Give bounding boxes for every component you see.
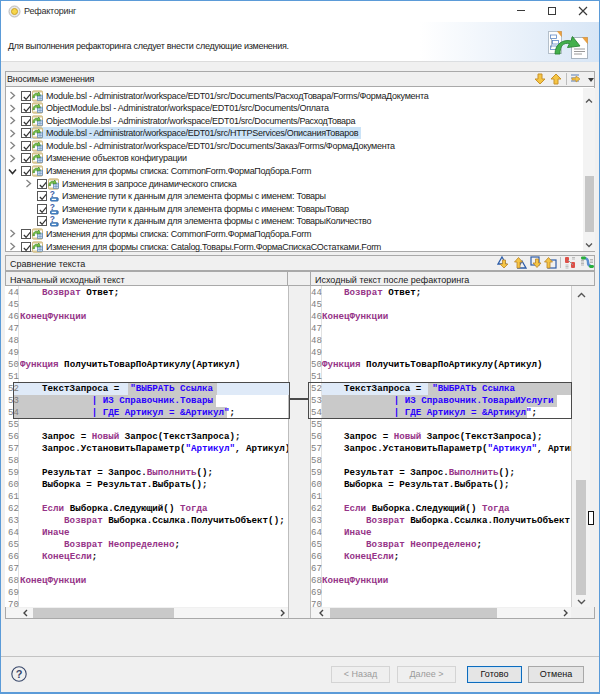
svg-text:?: ? (16, 668, 23, 680)
